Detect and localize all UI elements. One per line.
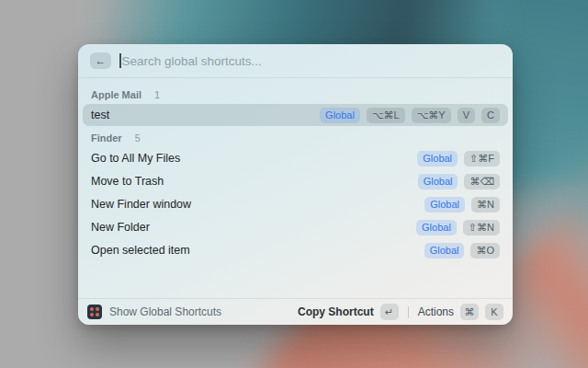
copy-shortcut-button[interactable]: Copy Shortcut — [298, 305, 374, 318]
global-badge: Global — [424, 243, 465, 259]
global-badge: Global — [416, 220, 457, 236]
list-item[interactable]: New FolderGlobal⇧⌘N — [83, 216, 508, 238]
shortcut-badges: Global⇧⌘N — [416, 220, 500, 236]
shortcut-badges: Global⇧⌘F — [417, 151, 500, 167]
global-badge: Global — [424, 197, 465, 213]
key-badge: ⌥⌘L — [367, 108, 405, 123]
k-key-icon: K — [485, 304, 503, 320]
shortcut-list: Apple Mail1testGlobal⌥⌘L⌥⌘YVCFinder5Go t… — [78, 78, 513, 261]
list-item[interactable]: New Finder windowGlobal⌘N — [83, 193, 508, 215]
key-badge: ⌘O — [470, 243, 500, 259]
text-caret — [119, 53, 121, 68]
enter-key-icon: ↵ — [380, 304, 399, 320]
extension-icon — [87, 305, 102, 319]
back-button[interactable]: ← — [90, 52, 111, 69]
list-item[interactable]: Open selected itemGlobal⌘O — [83, 239, 508, 261]
section-header: Finder5 — [83, 129, 508, 147]
list-item[interactable]: testGlobal⌥⌘L⌥⌘YVC — [83, 104, 508, 126]
back-arrow-icon: ← — [96, 54, 107, 67]
global-badge: Global — [320, 108, 360, 123]
shortcut-label: New Finder window — [91, 198, 191, 211]
launcher-window: ← Search global shortcuts... Apple Mail1… — [78, 44, 513, 325]
footer-command-label: Show Global Shortcuts — [109, 305, 221, 318]
search-bar[interactable]: ← Search global shortcuts... — [78, 44, 513, 78]
actions-button[interactable]: Actions — [418, 305, 454, 318]
global-badge: Global — [418, 174, 458, 190]
shortcut-badges: Global⌘⌫ — [418, 174, 500, 190]
key-badge: V — [458, 108, 475, 123]
key-badge: C — [481, 108, 500, 123]
footer-divider — [408, 306, 409, 318]
shortcut-badges: Global⌘O — [424, 243, 500, 259]
key-badge: ⌘⌫ — [464, 174, 500, 190]
shortcut-badges: Global⌘N — [424, 197, 500, 213]
search-input[interactable]: Search global shortcuts... — [122, 54, 262, 68]
list-item[interactable]: Move to TrashGlobal⌘⌫ — [83, 170, 508, 192]
shortcut-badges: Global⌥⌘L⌥⌘YVC — [320, 108, 500, 123]
command-key-icon: ⌘ — [460, 304, 479, 320]
shortcut-label: test — [91, 109, 109, 121]
shortcut-label: Go to All My Files — [91, 152, 180, 165]
key-badge: ⇧⌘N — [463, 220, 500, 236]
section-count: 1 — [154, 89, 160, 100]
shortcut-label: Open selected item — [91, 244, 190, 257]
section-count: 5 — [135, 132, 141, 144]
key-badge: ⇧⌘F — [464, 151, 500, 167]
footer-actions: Copy Shortcut ↵ Actions ⌘ K — [298, 304, 503, 320]
section-name: Apple Mail — [91, 89, 141, 100]
section-name: Finder — [91, 132, 122, 144]
list-item[interactable]: Go to All My FilesGlobal⇧⌘F — [83, 147, 508, 169]
shortcut-label: New Folder — [91, 221, 150, 234]
key-badge: ⌥⌘Y — [412, 108, 451, 123]
global-badge: Global — [417, 151, 458, 167]
key-badge: ⌘N — [471, 197, 500, 213]
footer-bar: Show Global Shortcuts Copy Shortcut ↵ Ac… — [78, 298, 513, 325]
shortcut-label: Move to Trash — [91, 175, 164, 188]
section-header: Apple Mail1 — [83, 86, 508, 104]
